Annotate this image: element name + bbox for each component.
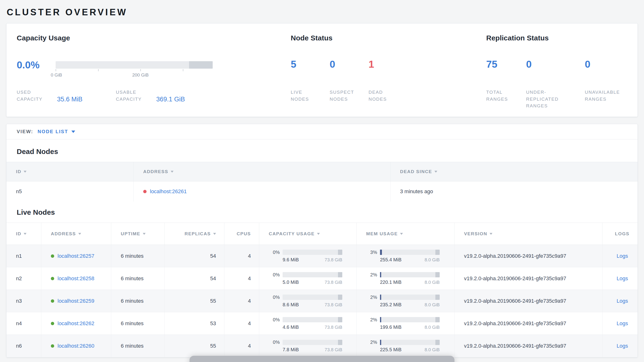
mem-mini-fill — [380, 317, 381, 322]
view-label: VIEW: — [17, 129, 33, 134]
node-status-section: Node Status 5 LIVE NODES 0 SUSPECT NODES… — [291, 34, 486, 106]
mem-used-value: 255.4 MiB — [380, 257, 402, 263]
node-capacity-usage: 0% 4.6 MiB73.8 GiB — [259, 312, 356, 334]
suspect-nodes-stat: 0 SUSPECT NODES — [330, 59, 368, 103]
capacity-used-value: 7.8 MiB — [282, 347, 299, 352]
axis-tick — [140, 69, 141, 71]
node-mem-usage: 2% 220.1 MiB8.0 GiB — [356, 267, 454, 290]
sort-arrow-icon — [24, 233, 26, 235]
mem-mini-bar — [380, 295, 440, 300]
node-address-link[interactable]: localhost:26257 — [58, 253, 94, 259]
axis-tick-label: 200 GiB — [132, 72, 149, 78]
mem-total-value: 8.0 GiB — [425, 280, 440, 285]
capacity-bar-chart: 0 GiB 200 GiB — [56, 61, 213, 78]
dead-nodes-table-header: ID ADDRESS DEAD SINCE — [6, 162, 638, 182]
node-logs-cell: Logs — [602, 290, 638, 312]
capacity-used-value: 8.6 MiB — [282, 302, 299, 307]
node-replicas: 55 — [165, 335, 224, 357]
mem-mini-fill — [380, 250, 382, 255]
sort-arrow-icon — [213, 233, 216, 235]
logs-link[interactable]: Logs — [616, 253, 628, 259]
live-col-mem-usage[interactable]: MEM USAGE — [356, 223, 454, 245]
live-node-row: n4 localhost:26262 6 minutes 53 4 0% 4.6… — [6, 312, 638, 335]
view-selector-dropdown[interactable]: NODE LIST — [38, 129, 75, 134]
mem-mini-fill — [380, 295, 381, 300]
node-version: v19.2.0-alpha.20190606-2491-gfe735c9a97 — [454, 312, 602, 334]
node-address-cell: localhost:26259 — [41, 290, 111, 312]
capacity-bar-end-segment — [189, 61, 213, 69]
node-replicas: 54 — [165, 245, 224, 267]
live-col-version[interactable]: VERSION — [454, 223, 602, 245]
node-capacity-usage: 0% 8.6 MiB73.8 GiB — [259, 290, 356, 312]
sort-arrow-icon — [317, 233, 320, 235]
suspect-nodes-count: 0 — [330, 59, 368, 69]
live-col-capacity-usage-label: CAPACITY USAGE — [269, 231, 314, 237]
node-status-heading: Node Status — [291, 34, 486, 42]
live-nodes-stat: 5 LIVE NODES — [291, 59, 330, 103]
node-id: n6 — [6, 335, 41, 357]
live-col-replicas[interactable]: REPLICAS — [165, 223, 224, 245]
live-col-capacity-usage[interactable]: CAPACITY USAGE — [259, 223, 356, 245]
dead-node-address-cell: localhost:26261 — [134, 182, 390, 202]
node-id: n1 — [6, 245, 41, 267]
node-address-link[interactable]: localhost:26259 — [58, 298, 94, 304]
live-col-logs: LOGS — [602, 223, 638, 245]
node-cpus: 4 — [224, 312, 259, 334]
capacity-percent-label: 0% — [269, 272, 280, 278]
usable-capacity-stat: USABLE CAPACITY 369.1 GiB — [116, 89, 185, 103]
dead-nodes-label: DEAD NODES — [368, 89, 397, 103]
node-address-link[interactable]: localhost:26258 — [58, 275, 94, 282]
node-version: v19.2.0-alpha.20190606-2491-gfe735c9a97 — [454, 335, 602, 357]
node-capacity-usage: 0% 5.0 MiB73.8 GiB — [259, 267, 356, 290]
live-col-address[interactable]: ADDRESS — [41, 223, 111, 245]
live-col-cpus[interactable]: CPUS — [224, 223, 259, 245]
capacity-mini-bar — [282, 295, 342, 300]
live-col-id[interactable]: ID — [6, 223, 41, 245]
live-col-uptime[interactable]: UPTIME — [111, 223, 165, 245]
node-address-link[interactable]: localhost:26260 — [58, 343, 94, 349]
node-logs-cell: Logs — [602, 245, 638, 267]
live-nodes-count: 5 — [291, 59, 330, 69]
live-node-row: n6 localhost:26260 6 minutes 55 4 0% 7.8… — [6, 335, 638, 357]
dead-status-icon — [143, 190, 146, 193]
live-status-icon — [51, 322, 54, 325]
logs-link[interactable]: Logs — [616, 298, 628, 304]
capacity-mini-bar — [282, 340, 342, 345]
live-status-icon — [51, 254, 54, 258]
sort-arrow-icon — [143, 233, 146, 235]
live-status-icon — [51, 344, 54, 348]
suspect-nodes-label: SUSPECT NODES — [330, 89, 358, 103]
logs-link[interactable]: Logs — [616, 343, 628, 349]
node-address-cell: localhost:26260 — [41, 335, 111, 357]
logs-link[interactable]: Logs — [616, 275, 628, 282]
used-capacity-value: 35.6 MiB — [57, 96, 82, 103]
view-selected-value: NODE LIST — [38, 129, 68, 134]
node-mem-usage: 2% 225.5 MiB8.0 GiB — [356, 335, 454, 357]
usable-capacity-value: 369.1 GiB — [156, 96, 185, 103]
node-cpus: 4 — [224, 290, 259, 312]
sort-arrow-icon — [24, 171, 26, 173]
dead-col-id[interactable]: ID — [6, 162, 134, 181]
mem-percent-label: 2% — [366, 317, 377, 322]
dead-col-dead-since[interactable]: DEAD SINCE — [390, 162, 638, 181]
mem-total-value: 8.0 GiB — [425, 347, 440, 352]
axis-tick-label: 0 GiB — [51, 72, 62, 78]
mem-mini-bar — [380, 317, 440, 322]
live-col-uptime-label: UPTIME — [121, 231, 140, 237]
live-nodes-label: LIVE NODES — [291, 89, 319, 103]
node-address-link[interactable]: localhost:26262 — [58, 320, 94, 327]
capacity-used-value: 4.6 MiB — [282, 324, 299, 330]
dead-nodes-count: 1 — [368, 59, 408, 69]
mem-mini-bar — [380, 250, 440, 255]
capacity-percent-label: 0% — [269, 295, 280, 300]
node-logs-cell: Logs — [602, 267, 638, 290]
logs-link[interactable]: Logs — [616, 320, 628, 327]
node-mem-usage: 2% 235.2 MiB8.0 GiB — [356, 290, 454, 312]
node-address-cell: localhost:26262 — [41, 312, 111, 334]
dead-node-address-link[interactable]: localhost:26261 — [150, 189, 187, 195]
dead-col-address[interactable]: ADDRESS — [134, 162, 390, 181]
sort-arrow-icon — [490, 233, 492, 235]
cluster-overview-page: CLUSTER OVERVIEW Capacity Usage 0.0% — [0, 0, 644, 362]
capacity-mini-bar — [282, 272, 342, 277]
capacity-bar-track — [56, 61, 213, 69]
